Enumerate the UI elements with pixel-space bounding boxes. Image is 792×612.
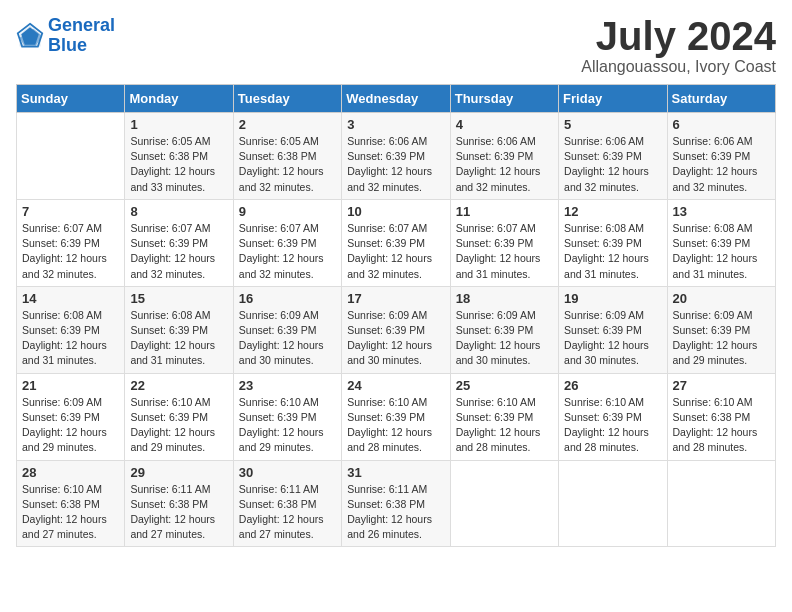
svg-marker-4 xyxy=(21,27,39,45)
calendar-cell: 25Sunrise: 6:10 AM Sunset: 6:39 PM Dayli… xyxy=(450,373,558,460)
cell-info-text: Sunrise: 6:07 AM Sunset: 6:39 PM Dayligh… xyxy=(347,221,444,282)
cell-date-number: 13 xyxy=(673,204,770,219)
logo: GeneralBlue xyxy=(16,16,115,56)
logo-icon xyxy=(16,22,44,50)
calendar-cell: 17Sunrise: 6:09 AM Sunset: 6:39 PM Dayli… xyxy=(342,286,450,373)
calendar-cell: 7Sunrise: 6:07 AM Sunset: 6:39 PM Daylig… xyxy=(17,199,125,286)
cell-info-text: Sunrise: 6:06 AM Sunset: 6:39 PM Dayligh… xyxy=(347,134,444,195)
cell-info-text: Sunrise: 6:07 AM Sunset: 6:39 PM Dayligh… xyxy=(130,221,227,282)
calendar-cell: 12Sunrise: 6:08 AM Sunset: 6:39 PM Dayli… xyxy=(559,199,667,286)
cell-info-text: Sunrise: 6:10 AM Sunset: 6:39 PM Dayligh… xyxy=(239,395,336,456)
cell-date-number: 4 xyxy=(456,117,553,132)
calendar-cell: 16Sunrise: 6:09 AM Sunset: 6:39 PM Dayli… xyxy=(233,286,341,373)
cell-info-text: Sunrise: 6:08 AM Sunset: 6:39 PM Dayligh… xyxy=(130,308,227,369)
cell-info-text: Sunrise: 6:10 AM Sunset: 6:39 PM Dayligh… xyxy=(456,395,553,456)
cell-info-text: Sunrise: 6:06 AM Sunset: 6:39 PM Dayligh… xyxy=(673,134,770,195)
cell-info-text: Sunrise: 6:09 AM Sunset: 6:39 PM Dayligh… xyxy=(456,308,553,369)
calendar-cell: 14Sunrise: 6:08 AM Sunset: 6:39 PM Dayli… xyxy=(17,286,125,373)
cell-date-number: 9 xyxy=(239,204,336,219)
calendar-cell xyxy=(667,460,775,547)
calendar-cell: 23Sunrise: 6:10 AM Sunset: 6:39 PM Dayli… xyxy=(233,373,341,460)
cell-date-number: 30 xyxy=(239,465,336,480)
cell-date-number: 25 xyxy=(456,378,553,393)
cell-date-number: 10 xyxy=(347,204,444,219)
cell-info-text: Sunrise: 6:10 AM Sunset: 6:38 PM Dayligh… xyxy=(22,482,119,543)
cell-date-number: 8 xyxy=(130,204,227,219)
cell-date-number: 29 xyxy=(130,465,227,480)
cell-info-text: Sunrise: 6:07 AM Sunset: 6:39 PM Dayligh… xyxy=(22,221,119,282)
header-day: Monday xyxy=(125,85,233,113)
cell-date-number: 11 xyxy=(456,204,553,219)
cell-info-text: Sunrise: 6:07 AM Sunset: 6:39 PM Dayligh… xyxy=(456,221,553,282)
calendar-cell: 9Sunrise: 6:07 AM Sunset: 6:39 PM Daylig… xyxy=(233,199,341,286)
cell-date-number: 14 xyxy=(22,291,119,306)
calendar-cell: 19Sunrise: 6:09 AM Sunset: 6:39 PM Dayli… xyxy=(559,286,667,373)
cell-date-number: 2 xyxy=(239,117,336,132)
cell-date-number: 7 xyxy=(22,204,119,219)
calendar-cell: 22Sunrise: 6:10 AM Sunset: 6:39 PM Dayli… xyxy=(125,373,233,460)
calendar-cell: 31Sunrise: 6:11 AM Sunset: 6:38 PM Dayli… xyxy=(342,460,450,547)
cell-date-number: 31 xyxy=(347,465,444,480)
title-block: July 2024 Allangouassou, Ivory Coast xyxy=(581,16,776,76)
cell-info-text: Sunrise: 6:08 AM Sunset: 6:39 PM Dayligh… xyxy=(22,308,119,369)
cell-date-number: 20 xyxy=(673,291,770,306)
cell-date-number: 21 xyxy=(22,378,119,393)
header-day: Sunday xyxy=(17,85,125,113)
calendar-cell: 10Sunrise: 6:07 AM Sunset: 6:39 PM Dayli… xyxy=(342,199,450,286)
cell-info-text: Sunrise: 6:11 AM Sunset: 6:38 PM Dayligh… xyxy=(239,482,336,543)
cell-info-text: Sunrise: 6:09 AM Sunset: 6:39 PM Dayligh… xyxy=(239,308,336,369)
cell-date-number: 12 xyxy=(564,204,661,219)
calendar-cell: 18Sunrise: 6:09 AM Sunset: 6:39 PM Dayli… xyxy=(450,286,558,373)
cell-info-text: Sunrise: 6:10 AM Sunset: 6:39 PM Dayligh… xyxy=(347,395,444,456)
calendar-cell: 24Sunrise: 6:10 AM Sunset: 6:39 PM Dayli… xyxy=(342,373,450,460)
cell-date-number: 18 xyxy=(456,291,553,306)
cell-info-text: Sunrise: 6:11 AM Sunset: 6:38 PM Dayligh… xyxy=(130,482,227,543)
cell-info-text: Sunrise: 6:06 AM Sunset: 6:39 PM Dayligh… xyxy=(456,134,553,195)
calendar-cell: 30Sunrise: 6:11 AM Sunset: 6:38 PM Dayli… xyxy=(233,460,341,547)
calendar-cell: 2Sunrise: 6:05 AM Sunset: 6:38 PM Daylig… xyxy=(233,113,341,200)
cell-info-text: Sunrise: 6:11 AM Sunset: 6:38 PM Dayligh… xyxy=(347,482,444,543)
cell-date-number: 24 xyxy=(347,378,444,393)
calendar-cell xyxy=(450,460,558,547)
cell-info-text: Sunrise: 6:10 AM Sunset: 6:39 PM Dayligh… xyxy=(130,395,227,456)
calendar-cell: 8Sunrise: 6:07 AM Sunset: 6:39 PM Daylig… xyxy=(125,199,233,286)
cell-date-number: 17 xyxy=(347,291,444,306)
calendar-cell xyxy=(17,113,125,200)
cell-info-text: Sunrise: 6:05 AM Sunset: 6:38 PM Dayligh… xyxy=(130,134,227,195)
cell-info-text: Sunrise: 6:10 AM Sunset: 6:39 PM Dayligh… xyxy=(564,395,661,456)
cell-date-number: 3 xyxy=(347,117,444,132)
cell-date-number: 26 xyxy=(564,378,661,393)
cell-date-number: 19 xyxy=(564,291,661,306)
cell-date-number: 15 xyxy=(130,291,227,306)
calendar-header-row: SundayMondayTuesdayWednesdayThursdayFrid… xyxy=(17,85,776,113)
calendar-cell: 1Sunrise: 6:05 AM Sunset: 6:38 PM Daylig… xyxy=(125,113,233,200)
cell-info-text: Sunrise: 6:09 AM Sunset: 6:39 PM Dayligh… xyxy=(673,308,770,369)
calendar-cell: 27Sunrise: 6:10 AM Sunset: 6:38 PM Dayli… xyxy=(667,373,775,460)
header-day: Friday xyxy=(559,85,667,113)
calendar-week-row: 21Sunrise: 6:09 AM Sunset: 6:39 PM Dayli… xyxy=(17,373,776,460)
cell-info-text: Sunrise: 6:09 AM Sunset: 6:39 PM Dayligh… xyxy=(564,308,661,369)
calendar-cell: 6Sunrise: 6:06 AM Sunset: 6:39 PM Daylig… xyxy=(667,113,775,200)
cell-info-text: Sunrise: 6:09 AM Sunset: 6:39 PM Dayligh… xyxy=(347,308,444,369)
month-title: July 2024 xyxy=(581,16,776,56)
cell-date-number: 6 xyxy=(673,117,770,132)
cell-date-number: 1 xyxy=(130,117,227,132)
header-day: Wednesday xyxy=(342,85,450,113)
calendar-table: SundayMondayTuesdayWednesdayThursdayFrid… xyxy=(16,84,776,547)
calendar-cell: 21Sunrise: 6:09 AM Sunset: 6:39 PM Dayli… xyxy=(17,373,125,460)
cell-info-text: Sunrise: 6:08 AM Sunset: 6:39 PM Dayligh… xyxy=(564,221,661,282)
calendar-cell: 29Sunrise: 6:11 AM Sunset: 6:38 PM Dayli… xyxy=(125,460,233,547)
calendar-cell: 20Sunrise: 6:09 AM Sunset: 6:39 PM Dayli… xyxy=(667,286,775,373)
header-day: Saturday xyxy=(667,85,775,113)
calendar-cell: 5Sunrise: 6:06 AM Sunset: 6:39 PM Daylig… xyxy=(559,113,667,200)
cell-info-text: Sunrise: 6:07 AM Sunset: 6:39 PM Dayligh… xyxy=(239,221,336,282)
cell-info-text: Sunrise: 6:05 AM Sunset: 6:38 PM Dayligh… xyxy=(239,134,336,195)
calendar-cell: 3Sunrise: 6:06 AM Sunset: 6:39 PM Daylig… xyxy=(342,113,450,200)
calendar-cell: 28Sunrise: 6:10 AM Sunset: 6:38 PM Dayli… xyxy=(17,460,125,547)
page-header: GeneralBlue July 2024 Allangouassou, Ivo… xyxy=(16,16,776,76)
calendar-cell: 4Sunrise: 6:06 AM Sunset: 6:39 PM Daylig… xyxy=(450,113,558,200)
calendar-cell: 13Sunrise: 6:08 AM Sunset: 6:39 PM Dayli… xyxy=(667,199,775,286)
cell-date-number: 27 xyxy=(673,378,770,393)
calendar-cell xyxy=(559,460,667,547)
header-day: Tuesday xyxy=(233,85,341,113)
